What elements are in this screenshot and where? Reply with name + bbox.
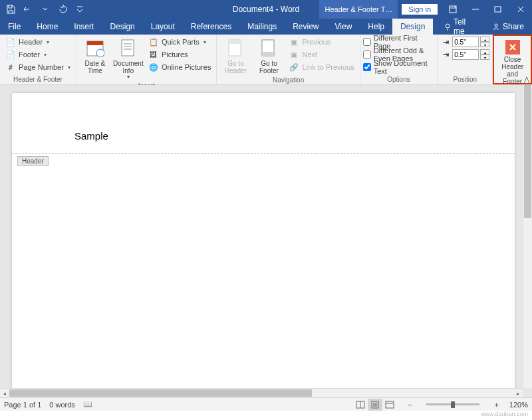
group-label-options: Options (363, 75, 435, 84)
zoom-out-button[interactable]: − (405, 401, 414, 409)
header-from-top-input[interactable] (452, 37, 479, 47)
tab-design[interactable]: Design (102, 19, 142, 35)
pictures-label: Pictures (162, 51, 188, 58)
collapse-ribbon-button[interactable]: ⋀ (524, 76, 529, 83)
show-document-text-checkbox[interactable]: Show Document Text (363, 61, 435, 73)
footer-label: Footer (19, 51, 40, 58)
tab-home[interactable]: Home (29, 19, 66, 35)
print-layout-button[interactable] (368, 399, 382, 411)
footer-from-bottom-field[interactable]: ⇥ ▴▾ (440, 49, 489, 60)
goto-footer-label: Go to Footer (255, 60, 282, 74)
footer-position-icon: ⇥ (440, 49, 451, 60)
goto-header-button[interactable]: Go to Header (219, 36, 251, 76)
quick-parts-button[interactable]: 📋Quick Parts (146, 36, 214, 48)
header-from-top-field[interactable]: ⇥ ▴▾ (440, 36, 489, 48)
tab-layout[interactable]: Layout (143, 19, 183, 35)
group-header-footer: 📄Header 📄Footer #️Page Number Header & F… (0, 35, 76, 84)
document-info-icon (118, 37, 139, 58)
tell-me-button[interactable]: Tell me (436, 19, 484, 35)
save-button[interactable] (3, 1, 19, 17)
svg-point-3 (495, 24, 497, 27)
online-pictures-icon: 🌐 (148, 62, 159, 72)
tab-view[interactable]: View (327, 19, 360, 35)
qat-customize-button[interactable] (72, 1, 88, 17)
footer-from-bottom-input[interactable] (452, 49, 479, 60)
zoom-in-button[interactable]: + (491, 401, 501, 409)
pictures-button[interactable]: 🖼Pictures (146, 49, 214, 60)
horizontal-scrollbar[interactable]: ◂ ▸ (0, 388, 523, 397)
header-edit-area[interactable]: Sample (12, 93, 515, 142)
share-button[interactable]: Share (484, 19, 532, 35)
calendar-icon (84, 37, 106, 58)
minimize-button[interactable] (464, 0, 487, 19)
svg-rect-7 (122, 40, 134, 56)
tab-mailings[interactable]: Mailings (239, 19, 285, 35)
page-indicator[interactable]: Page 1 of 1 (4, 401, 41, 409)
goto-footer-icon (258, 37, 279, 58)
undo-button[interactable] (20, 1, 36, 17)
footer-dropdown[interactable]: 📄Footer (3, 49, 73, 60)
online-pictures-button[interactable]: 🌐Online Pictures (146, 61, 214, 73)
show-doc-text-label: Show Document Text (374, 59, 435, 75)
share-label: Share (503, 22, 524, 31)
view-buttons (353, 399, 397, 411)
vertical-scrollbar[interactable] (523, 85, 532, 388)
hscroll-track[interactable] (9, 389, 513, 397)
tab-review[interactable]: Review (285, 19, 327, 35)
pictures-icon: 🖼 (148, 49, 159, 60)
tab-insert[interactable]: Insert (66, 19, 102, 35)
previous-label: Previous (302, 38, 331, 46)
header-icon: 📄 (5, 37, 16, 47)
scroll-right-button[interactable]: ▸ (513, 389, 523, 397)
word-count[interactable]: 0 words (49, 401, 75, 409)
undo-more-button[interactable] (37, 1, 53, 17)
tab-help[interactable]: Help (360, 19, 392, 35)
quick-access-toolbar (0, 1, 88, 17)
link-previous-button[interactable]: 🔗Link to Previous (286, 61, 356, 73)
quick-parts-icon: 📋 (148, 37, 159, 47)
vertical-scroll-thumb[interactable] (524, 85, 531, 218)
goto-header-label: Go to Header (222, 60, 249, 74)
zoom-thumb[interactable] (451, 401, 455, 408)
spin-down[interactable]: ▾ (480, 54, 489, 60)
spin-down[interactable]: ▾ (480, 42, 489, 47)
tab-references[interactable]: References (183, 19, 239, 35)
next-label: Next (302, 51, 317, 58)
window-title: Document4 - Word (233, 5, 299, 14)
close-header-footer-button[interactable]: Close Header and Footer (498, 37, 527, 85)
header-position-icon: ⇥ (440, 37, 451, 47)
goto-footer-button[interactable]: Go to Footer (253, 36, 285, 76)
spin-up[interactable]: ▴ (480, 37, 489, 42)
sign-in-button[interactable]: Sign in (402, 4, 438, 15)
previous-button[interactable]: ▣Previous (286, 36, 356, 48)
next-button[interactable]: ▣Next (286, 49, 356, 60)
svg-point-6 (96, 49, 104, 57)
header-dropdown[interactable]: 📄Header (3, 36, 73, 48)
zoom-slider[interactable] (426, 403, 479, 405)
header-text[interactable]: Sample (74, 130, 108, 142)
tab-design-contextual[interactable]: Design (392, 19, 433, 35)
proofing-icon[interactable]: 📖 (83, 400, 92, 409)
document-info-button[interactable]: Document Info▾ (112, 36, 144, 82)
maximize-button[interactable] (487, 0, 509, 19)
contextual-tab-label: Header & Footer T… (319, 0, 398, 19)
scroll-left-button[interactable]: ◂ (0, 389, 9, 397)
redo-button[interactable] (55, 1, 70, 17)
read-mode-button[interactable] (353, 399, 368, 411)
status-bar: Page 1 of 1 0 words 📖 − + 120% (0, 397, 532, 411)
zoom-level[interactable]: 120% (509, 401, 528, 409)
page-number-dropdown[interactable]: #️Page Number (3, 61, 73, 73)
link-icon: 🔗 (289, 62, 299, 72)
svg-rect-11 (262, 52, 274, 56)
footer-icon: 📄 (5, 49, 16, 60)
web-layout-button[interactable] (382, 399, 397, 411)
horizontal-scroll-thumb[interactable] (9, 389, 312, 397)
date-time-button[interactable]: Date & Time (79, 36, 111, 76)
page[interactable]: Sample Header (12, 93, 515, 397)
ribbon-display-options-button[interactable] (442, 0, 464, 19)
tab-file[interactable]: File (0, 19, 29, 35)
spin-up[interactable]: ▴ (480, 49, 489, 54)
ribbon: 📄Header 📄Footer #️Page Number Header & F… (0, 35, 532, 85)
group-navigation: Go to Header Go to Footer ▣Previous ▣Nex… (217, 35, 360, 84)
close-window-button[interactable] (509, 0, 532, 19)
